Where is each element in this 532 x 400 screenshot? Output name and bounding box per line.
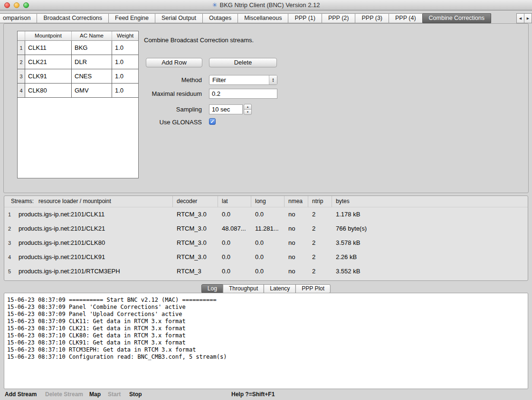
- stream-bytes: 3.552 kB: [332, 264, 528, 279]
- streams-panel: Streams: resource loader / mountpoint de…: [4, 195, 528, 281]
- mount-header-corner: [18, 31, 25, 41]
- tab-scroll-left-icon[interactable]: ◀: [516, 13, 524, 23]
- tab-ppp-3[interactable]: PPP (3): [355, 13, 389, 23]
- maximal-residuum-field[interactable]: 0.2: [209, 89, 277, 99]
- log-line: 15-06-23 08:37:10 CLK80: Get data in RTC…: [7, 332, 525, 339]
- stream-long: 0.0: [251, 264, 285, 279]
- use-glonass-label: Use GLONASS: [100, 118, 202, 127]
- ac-name-cell[interactable]: DLR: [72, 55, 112, 69]
- minimize-button[interactable]: [14, 2, 19, 8]
- log-line: 15-06-23 08:37:10 CLK91: Get data in RTC…: [7, 339, 525, 346]
- tab-feed-engine[interactable]: Feed Engine: [108, 13, 155, 23]
- stream-mountpoint[interactable]: products.igs-ip.net:2101/CLK11: [15, 207, 173, 222]
- stop-button[interactable]: Stop: [129, 389, 142, 400]
- sampling-label: Sampling: [100, 105, 202, 114]
- mount-header-mountpoint[interactable]: Mountpoint: [25, 31, 72, 41]
- streams-header-ntrip[interactable]: ntrip: [308, 196, 332, 207]
- streams-header-nmea[interactable]: nmea: [285, 196, 308, 207]
- sampling-field[interactable]: 10 sec: [209, 104, 243, 114]
- stream-mountpoint[interactable]: products.igs-ip.net:2101/CLK21: [15, 222, 173, 236]
- stream-bytes: 3.578 kB: [332, 236, 528, 250]
- mountpoint-cell[interactable]: CLK21: [25, 55, 72, 69]
- maximal-residuum-label: Maximal residuum: [100, 89, 202, 99]
- delete-stream-button[interactable]: Delete Stream: [45, 389, 83, 400]
- log-line: 15-06-23 08:37:10 RTCM3EPH: Get data in …: [7, 346, 525, 353]
- stream-mountpoint[interactable]: products.igs-ip.net:2101/CLK91: [15, 250, 173, 264]
- stream-nmea: no: [285, 264, 308, 279]
- ac-name-cell[interactable]: BKG: [72, 41, 112, 55]
- tab-serial-output[interactable]: Serial Output: [155, 13, 203, 23]
- weight-cell[interactable]: 1.0: [112, 41, 138, 55]
- main-tab-bar: omparison Broadcast Corrections Feed Eng…: [0, 10, 532, 23]
- row-number: 2: [18, 55, 25, 69]
- stream-decoder: RTCM_3.0: [173, 250, 218, 264]
- delete-button[interactable]: Delete: [209, 58, 277, 67]
- stream-decoder: RTCM_3.0: [173, 236, 218, 250]
- stream-long: 0.0: [251, 207, 285, 222]
- stream-ntrip: 2: [308, 236, 332, 250]
- stream-bytes: 1.178 kB: [332, 207, 528, 222]
- stream-nmea: no: [285, 250, 308, 264]
- tab-comparison[interactable]: omparison: [0, 13, 37, 23]
- log-output[interactable]: 15-06-23 08:37:09 ========== Start BNC v…: [4, 293, 528, 389]
- tab-broadcast-corrections[interactable]: Broadcast Corrections: [37, 13, 109, 23]
- app-icon: ✳: [212, 1, 218, 9]
- log-line: 15-06-23 08:37:10 CLK21: Get data in RTC…: [7, 325, 525, 332]
- stream-lat: 48.087...: [218, 222, 251, 236]
- tab-scrollers: ◀ ▶: [517, 13, 532, 23]
- stream-row-number: 2: [4, 222, 15, 236]
- tab-ppp-4[interactable]: PPP (4): [389, 13, 423, 23]
- stream-mountpoint[interactable]: products.igs-ip.net:2101/RTCM3EPH: [15, 264, 173, 279]
- combine-description: Combine Broadcast Correction streams.: [144, 37, 254, 44]
- tab-ppp-1[interactable]: PPP (1): [288, 13, 322, 23]
- stream-nmea: no: [285, 222, 308, 236]
- mount-header-weight[interactable]: Weight: [112, 31, 138, 41]
- tab-outages[interactable]: Outages: [202, 13, 238, 23]
- method-select[interactable]: Filter ▲ ▼: [209, 75, 277, 85]
- tab-scroll-right-icon[interactable]: ▶: [524, 13, 532, 23]
- stream-lat: 0.0: [218, 250, 251, 264]
- stream-ntrip: 2: [308, 250, 332, 264]
- add-stream-button[interactable]: Add Stream: [5, 389, 37, 400]
- row-number: 1: [18, 41, 25, 55]
- mount-header-ac-name[interactable]: AC Name: [72, 31, 112, 41]
- start-button[interactable]: Start: [108, 389, 121, 400]
- stream-bytes: 2.26 kB: [332, 250, 528, 264]
- stream-lat: 0.0: [218, 207, 251, 222]
- stream-row-number: 5: [4, 264, 15, 279]
- zoom-button[interactable]: [23, 2, 29, 8]
- tab-combine-corrections[interactable]: Combine Corrections: [422, 13, 491, 23]
- combine-corrections-panel: Mountpoint AC Name Weight 1 CLK11 BKG 1.…: [3, 23, 529, 193]
- streams-header-mountpoint[interactable]: Streams: resource loader / mountpoint: [4, 196, 173, 207]
- window-title-row: ✳BKG Ntrip Client (BNC) Version 2.12: [0, 0, 532, 10]
- streams-header-lat[interactable]: lat: [218, 196, 251, 207]
- stream-mountpoint[interactable]: products.igs-ip.net:2101/CLK80: [15, 236, 173, 250]
- map-button[interactable]: Map: [89, 389, 101, 400]
- tab-log[interactable]: Log: [201, 284, 223, 293]
- stream-ntrip: 2: [308, 222, 332, 236]
- weight-cell[interactable]: 1.0: [112, 55, 138, 69]
- mountpoint-cell[interactable]: CLK91: [25, 69, 72, 84]
- spin-down-icon[interactable]: ▼: [244, 109, 252, 115]
- log-line: 15-06-23 08:37:09 ========== Start BNC v…: [7, 297, 525, 304]
- log-line: 15-06-23 08:37:09 Panel 'Combine Correct…: [7, 304, 525, 311]
- stream-nmea: no: [285, 236, 308, 250]
- add-row-button[interactable]: Add Row: [146, 58, 202, 67]
- tab-throughput[interactable]: Throughput: [223, 284, 264, 293]
- streams-header-long[interactable]: long: [251, 196, 285, 207]
- tab-miscellaneous[interactable]: Miscellaneous: [238, 13, 288, 23]
- tab-ppp-plot[interactable]: PPP Plot: [295, 284, 331, 293]
- title-bar: ✳BKG Ntrip Client (BNC) Version 2.12: [0, 0, 532, 10]
- mountpoint-cell[interactable]: CLK80: [25, 84, 72, 98]
- stream-long: 11.281...: [251, 222, 285, 236]
- use-glonass-checkbox[interactable]: ✓: [209, 118, 216, 125]
- stream-row-number: 3: [4, 236, 15, 250]
- streams-header-bytes[interactable]: bytes: [332, 196, 528, 207]
- streams-header-decoder[interactable]: decoder: [173, 196, 218, 207]
- stream-long: 0.0: [251, 236, 285, 250]
- mountpoint-cell[interactable]: CLK11: [25, 41, 72, 55]
- close-button[interactable]: [4, 2, 10, 8]
- tab-latency[interactable]: Latency: [264, 284, 296, 293]
- tab-ppp-2[interactable]: PPP (2): [322, 13, 356, 23]
- stream-decoder: RTCM_3.0: [173, 222, 218, 236]
